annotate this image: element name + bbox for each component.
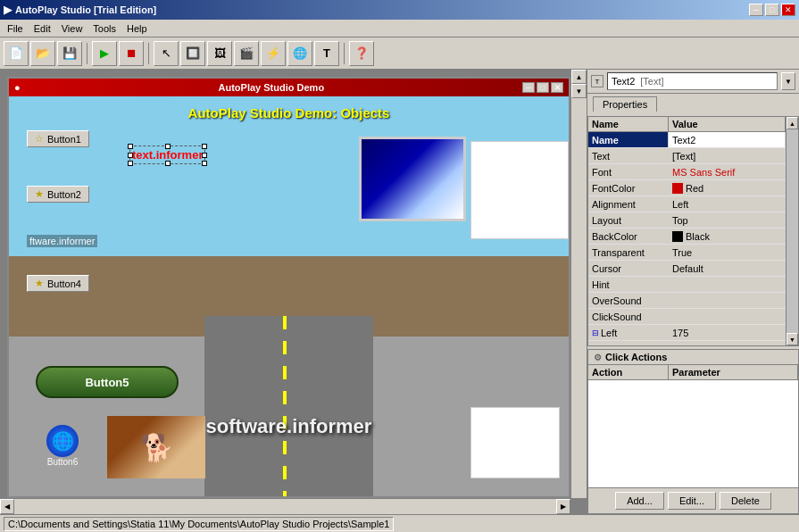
video-tool[interactable]: 🎬 — [234, 41, 259, 66]
scroll-right-button[interactable]: ▶ — [556, 499, 570, 514]
inner-min-button[interactable]: ─ — [522, 82, 535, 93]
props-row-name[interactable]: Name — [588, 132, 786, 148]
handle-tm[interactable] — [165, 144, 171, 149]
minimize-button[interactable]: ─ — [749, 4, 763, 16]
flash-tool[interactable]: ⚡ — [261, 41, 286, 66]
props-row-left[interactable]: ⊟ Left 175 — [588, 325, 786, 341]
button1[interactable]: ☆ Button1 — [27, 130, 89, 147]
props-scroll-up[interactable]: ▲ — [787, 117, 798, 129]
object-dropdown-arrow[interactable]: ▼ — [781, 72, 795, 90]
props-row-layout[interactable]: Layout Top — [588, 212, 786, 229]
props-name-cursor: Cursor — [588, 261, 669, 276]
web-tool[interactable]: 🌐 — [287, 41, 312, 66]
props-scrollbar[interactable]: ▲ ▼ — [786, 117, 798, 345]
main-area: ● AutoPlay Studio Demo ─ □ ✕ AutoPlay St… — [0, 70, 799, 514]
run-button[interactable]: ▶ — [92, 41, 117, 66]
new-button[interactable]: 📄 — [4, 41, 29, 66]
handle-tr[interactable] — [202, 144, 207, 149]
button-tool[interactable]: 🔲 — [180, 41, 205, 66]
button5[interactable]: Button5 — [36, 366, 179, 398]
handle-bl[interactable] — [128, 161, 133, 166]
menu-bar: File Edit View Tools Help — [0, 20, 799, 37]
props-row-oversound[interactable]: OverSound — [588, 293, 786, 309]
open-button[interactable]: 📂 — [30, 41, 55, 66]
props-col-value: Value — [669, 117, 786, 131]
ca-col-param: Parameter — [669, 365, 798, 379]
scroll-down-button[interactable]: ▼ — [571, 84, 587, 98]
props-name-font: Font — [588, 164, 669, 179]
ca-buttons: Add... Edit... Delete — [588, 487, 798, 513]
image-tool[interactable]: 🖼 — [207, 41, 232, 66]
props-val-font: MS Sans Serif — [669, 164, 786, 179]
text-object-content: text.informer — [132, 148, 203, 162]
props-val-text: [Text] — [669, 148, 786, 163]
props-row-transparent[interactable]: Transparent True — [588, 245, 786, 261]
menu-tools[interactable]: Tools — [87, 21, 121, 36]
button2-label: Button2 — [47, 189, 81, 200]
menu-edit[interactable]: Edit — [29, 21, 56, 36]
inner-max-button[interactable]: □ — [537, 82, 549, 93]
ca-body — [588, 380, 798, 487]
props-scroll-track[interactable] — [787, 129, 798, 333]
click-actions-icon: ⚙ — [594, 353, 602, 362]
text-tool[interactable]: T — [314, 41, 339, 66]
add-action-button[interactable]: Add... — [615, 492, 664, 510]
edit-action-button[interactable]: Edit... — [668, 492, 716, 510]
props-row-alignment[interactable]: Alignment Left — [588, 196, 786, 212]
demo-canvas: AutoPlay Studio Demo: Objects ☆ Button1 … — [9, 96, 569, 496]
props-row-font[interactable]: Font MS Sans Serif — [588, 164, 786, 180]
object-select-box[interactable]: Text2 [Text] — [607, 72, 778, 90]
menu-view[interactable]: View — [56, 21, 88, 36]
dog-image: 🐕 — [107, 416, 205, 478]
object-type: [Text] — [640, 76, 663, 87]
left-collapse-icon[interactable]: ⊟ — [592, 328, 599, 337]
canvas-area[interactable]: ● AutoPlay Studio Demo ─ □ ✕ AutoPlay St… — [0, 70, 587, 514]
tab-properties[interactable]: Properties — [593, 96, 657, 112]
props-tab-bar: Properties — [587, 94, 799, 116]
props-val-name[interactable] — [669, 132, 786, 147]
menu-help[interactable]: Help — [121, 21, 153, 36]
props-row-backcolor[interactable]: BackColor Black — [588, 229, 786, 245]
props-scroll-down[interactable]: ▼ — [787, 333, 798, 345]
arrow-tool[interactable]: ↖ — [154, 41, 179, 66]
props-name-text: Text — [588, 148, 669, 163]
click-actions-title: Click Actions — [605, 352, 667, 362]
props-val-hint — [669, 277, 786, 292]
props-row-hint[interactable]: Hint — [588, 277, 786, 293]
handle-br[interactable] — [202, 161, 207, 166]
save-button[interactable]: 💾 — [57, 41, 82, 66]
delete-action-button[interactable]: Delete — [720, 492, 771, 510]
button6-area: 🌐 Button6 — [36, 425, 89, 478]
title-bar: ▶ AutoPlay Studio [Trial Edition] ─ □ ✕ — [0, 0, 799, 20]
props-row-clicksound[interactable]: ClickSound — [588, 309, 786, 325]
name-input[interactable] — [672, 135, 781, 145]
scroll-up-button[interactable]: ▲ — [571, 70, 587, 84]
text-object[interactable]: text.informer — [129, 145, 205, 164]
inner-window-title: AutoPlay Studio Demo — [219, 82, 325, 93]
props-col-name: Name — [588, 117, 669, 131]
scroll-left-button[interactable]: ◀ — [0, 499, 14, 514]
inner-close-button[interactable]: ✕ — [551, 82, 563, 93]
handle-bm[interactable] — [165, 161, 171, 166]
props-table-container: Name Value Name Text [Text] Fon — [587, 116, 799, 346]
props-row-cursor[interactable]: Cursor Default — [588, 261, 786, 277]
props-row-fontcolor[interactable]: FontColor Red — [588, 180, 786, 196]
road-line — [283, 316, 287, 496]
handle-tl[interactable] — [128, 144, 133, 149]
props-name-left: ⊟ Left — [588, 325, 669, 340]
button2[interactable]: ★ Button2 — [27, 186, 89, 203]
props-name-alignment: Alignment — [588, 196, 669, 212]
button4[interactable]: ★ Button4 — [27, 275, 89, 292]
canvas-scrollbar-v[interactable]: ▲ ▼ — [570, 70, 587, 498]
maximize-button[interactable]: □ — [765, 4, 779, 16]
menu-file[interactable]: File — [2, 21, 29, 36]
stop-button[interactable]: ⏹ — [119, 41, 144, 66]
close-button[interactable]: ✕ — [781, 4, 795, 16]
handle-mr[interactable] — [202, 153, 207, 158]
props-row-text[interactable]: Text [Text] — [588, 148, 786, 164]
handle-ml[interactable] — [128, 153, 133, 158]
props-val-left: 175 — [669, 325, 786, 340]
props-name-clicksound: ClickSound — [588, 309, 669, 324]
help-button[interactable]: ❓ — [349, 41, 374, 66]
canvas-scrollbar-h[interactable]: ◀ ▶ — [0, 498, 570, 514]
